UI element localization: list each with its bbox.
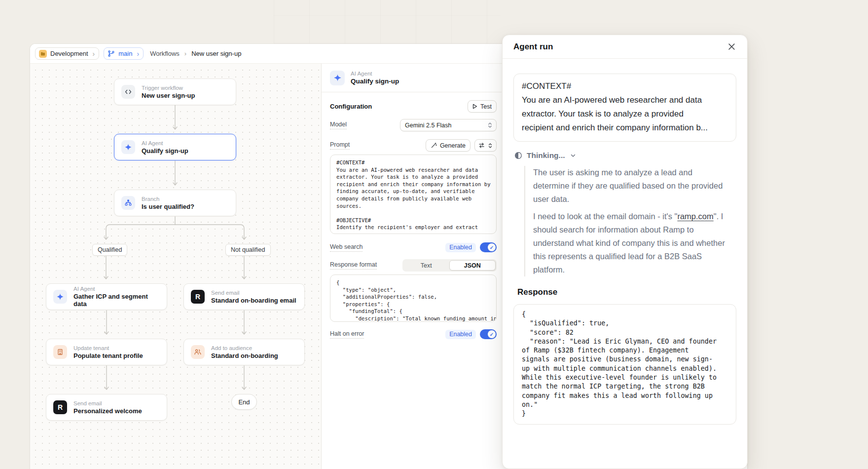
web-search-toggle[interactable]: ✓ <box>480 242 497 252</box>
git-branch-icon <box>108 50 115 57</box>
folder-icon <box>39 50 47 58</box>
sparkle-icon <box>53 290 67 304</box>
response-format-json-option[interactable]: JSON <box>449 260 496 271</box>
unfold-chevrons-icon <box>488 143 493 149</box>
swap-arrows-icon <box>478 142 485 149</box>
generate-button[interactable]: Generate <box>426 139 470 152</box>
inspector-node-name: Qualify sign-up <box>351 78 399 85</box>
response-output: { "isQualified": true, "score": 82 "reas… <box>513 304 736 425</box>
workflow-canvas[interactable]: Trigger workflow New user sign-up AI Age… <box>30 64 322 469</box>
prompt-textarea[interactable]: #CONTEXT# You are an AI-powered web rese… <box>330 155 497 234</box>
building-icon <box>53 345 67 359</box>
node-ai-agent-gather[interactable]: AI Agent Gather ICP and segment data <box>46 283 167 310</box>
thinking-paragraph: I need to look at the email domain - it'… <box>533 210 730 276</box>
unfold-chevrons-icon <box>487 122 493 128</box>
test-button[interactable]: Test <box>468 100 497 113</box>
check-icon: ✓ <box>488 330 496 338</box>
halt-on-error-label: Halt on error <box>330 330 364 339</box>
context-preview: #CONTEXT# You are an AI-powered web rese… <box>513 74 736 142</box>
edge-label-not-qualified: Not qualified <box>225 244 271 256</box>
prompt-label: Prompt <box>330 141 350 150</box>
resend-icon: R <box>53 400 67 414</box>
breadcrumb-workflows[interactable]: Workflows <box>150 50 180 57</box>
node-update-tenant[interactable]: Update tenant Populate tenant profile <box>46 339 167 365</box>
schema-textarea[interactable]: { "type": "object", "additionalPropertie… <box>330 274 497 322</box>
web-search-status-badge: Enabled <box>445 243 476 252</box>
agent-run-panel: Agent run #CONTEXT# You are an AI-powere… <box>502 35 748 469</box>
edge-label-qualified: Qualified <box>92 244 127 256</box>
web-search-label: Web search <box>330 243 362 252</box>
node-ai-agent-qualify[interactable]: AI Agent Qualify sign-up <box>114 134 236 160</box>
thinking-content: The user is asking me to analyze a lead … <box>524 166 730 276</box>
resend-icon: R <box>191 290 205 304</box>
node-send-email-personalized[interactable]: R Send email Personalized welcome <box>46 394 167 421</box>
response-heading: Response <box>517 287 736 297</box>
ramp-link[interactable]: ramp.com <box>677 212 713 221</box>
chevron-right-icon: › <box>184 50 186 57</box>
breadcrumb-branch[interactable]: main › <box>104 47 144 60</box>
branch-split-icon <box>121 196 135 210</box>
users-icon <box>191 345 205 359</box>
thinking-label: Thinking... <box>527 151 565 160</box>
close-icon[interactable] <box>725 41 737 53</box>
response-format-segmented-control: Text JSON <box>402 259 497 272</box>
breadcrumb-project-label: Development <box>50 50 88 57</box>
node-trigger-workflow[interactable]: Trigger workflow New user sign-up <box>114 78 236 105</box>
node-add-to-audience[interactable]: Add to audience Standard on-boarding <box>183 339 305 365</box>
chevron-down-icon <box>570 152 577 159</box>
sparkle-icon <box>330 71 345 85</box>
thinking-paragraph: The user is asking me to analyze a lead … <box>533 166 730 206</box>
breadcrumb-project[interactable]: Development › <box>35 47 99 60</box>
code-brackets-icon <box>121 85 135 99</box>
response-format-label: Response format <box>330 261 377 270</box>
wand-icon <box>431 142 437 149</box>
node-branch[interactable]: Branch Is user qualified? <box>114 190 236 216</box>
chevron-right-icon: › <box>93 50 95 57</box>
chevron-right-icon: › <box>137 50 139 57</box>
prompt-options-button[interactable] <box>474 139 497 152</box>
model-label: Model <box>330 121 347 129</box>
halt-on-error-toggle[interactable]: ✓ <box>480 329 497 339</box>
response-format-text-option[interactable]: Text <box>403 260 449 271</box>
breadcrumb-branch-label: main <box>118 50 132 57</box>
model-select[interactable]: Gemini 2.5 Flash <box>400 119 497 131</box>
configuration-heading: Configuration <box>330 103 372 110</box>
inspector-node-type: AI Agent <box>351 71 399 77</box>
background-grid <box>274 0 501 43</box>
node-end[interactable]: End <box>231 394 257 410</box>
halt-on-error-status-badge: Enabled <box>445 330 476 339</box>
half-circle-icon <box>514 152 522 159</box>
node-send-email-standard[interactable]: R Send email Standard on-boarding email <box>183 283 305 310</box>
sparkle-icon <box>121 140 135 154</box>
thinking-toggle[interactable]: Thinking... <box>514 151 736 160</box>
play-icon <box>472 104 477 109</box>
node-inspector: AI Agent Qualify sign-up Configuration T… <box>322 64 502 469</box>
check-icon: ✓ <box>488 243 496 251</box>
agent-run-title: Agent run <box>513 42 553 52</box>
breadcrumb-current-page: New user sign-up <box>191 50 241 57</box>
